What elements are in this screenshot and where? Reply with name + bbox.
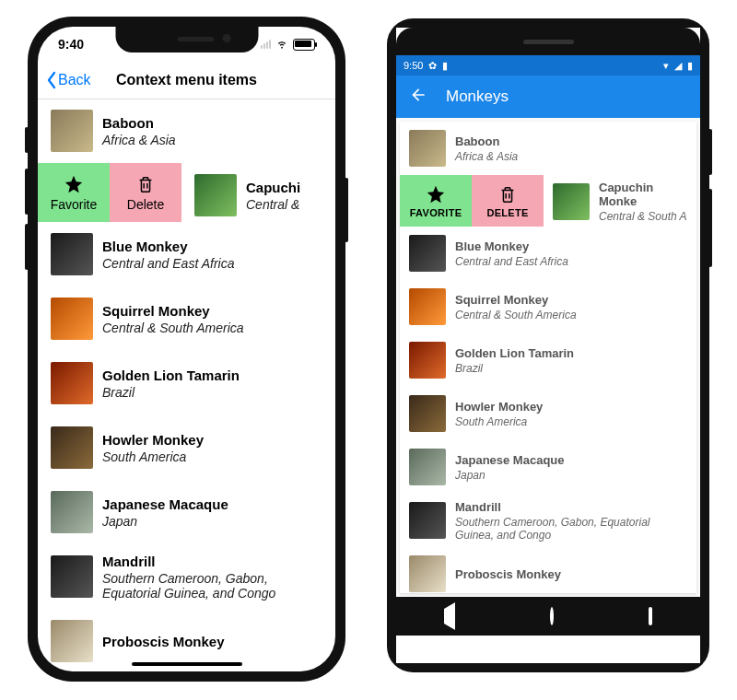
monkey-list[interactable]: BaboonAfrica & AsiaFavoriteDeleteCapuchi… [38,99,335,671]
trash-icon [135,174,156,194]
iphone-notch [115,27,258,52]
delete-label: Delete [127,197,164,212]
monkey-thumbnail [409,395,446,432]
star-icon [64,174,84,194]
list-item[interactable]: Howler MonkeySouth America [400,387,696,440]
monkey-thumbnail [409,130,446,167]
list-item[interactable]: BaboonAfrica & Asia [400,122,696,175]
list-item[interactable]: Squirrel MonkeyCentral & South America [38,286,335,351]
monkey-name: Howler Monkey [102,432,204,448]
android-app-bar: Monkeys [396,76,700,118]
monkey-thumbnail [409,235,446,272]
monkey-thumbnail [51,620,93,662]
android-status-time: 9:50 [404,60,423,71]
favorite-action[interactable]: FAVORITE [400,175,472,227]
monkey-thumbnail [194,174,237,216]
monkey-name: Baboon [455,134,518,148]
list-item[interactable]: CapuchiCentral & [181,163,335,222]
monkey-location: Central and East Africa [102,256,234,271]
monkey-location: Africa & Asia [102,133,176,147]
monkey-location: Central & South A [599,210,687,223]
monkey-thumbnail [409,288,446,325]
list-item[interactable]: Golden Lion TamarinBrazil [400,333,696,387]
list-item[interactable]: Japanese MacaqueJapan [400,440,696,494]
list-item[interactable]: Blue MonkeyCentral and East Africa [38,222,335,286]
monkey-location: Japan [102,514,228,529]
nav-home-key[interactable] [550,609,554,624]
home-indicator[interactable] [132,662,242,666]
monkey-name: Golden Lion Tamarin [102,368,240,383]
star-icon [426,184,446,204]
chevron-left-icon [45,71,58,89]
nav-recents-key[interactable] [649,609,652,624]
favorite-label: Favorite [51,197,98,212]
monkey-name: Squirrel Monkey [455,293,577,307]
android-nav-keys [396,597,700,636]
monkey-thumbnail [51,426,93,469]
back-label: Back [58,72,91,88]
gear-icon: ✿ [428,60,437,72]
monkey-thumbnail [51,362,93,404]
trash-icon [497,184,518,204]
monkey-name: Mandrill [102,554,322,569]
battery-icon: ▮ [687,60,693,72]
monkey-thumbnail [51,555,93,598]
monkey-location: Central & South America [455,309,577,321]
monkey-list[interactable]: BaboonAfrica & AsiaFAVORITEDELETECapuchi… [400,122,696,593]
list-item[interactable]: MandrillSouthern Cameroon, Gabon, Equato… [400,494,696,547]
list-item[interactable]: Japanese MacaqueJapan [38,480,335,544]
list-item[interactable]: Golden Lion TamarinBrazil [38,351,335,415]
monkey-thumbnail [51,298,93,340]
page-title: Monkeys [446,88,509,106]
monkey-location: Central & South America [102,321,244,335]
monkey-name: Japanese Macaque [102,496,228,512]
monkey-name: Capuchin Monke [599,181,687,208]
monkey-thumbnail [409,502,446,539]
monkey-name: Mandrill [455,500,687,514]
wifi-icon [275,37,288,52]
monkey-location: Brazil [102,385,240,400]
wifi-icon: ▾ [663,60,669,72]
monkey-location: Africa & Asia [455,150,518,163]
nav-back-key[interactable] [444,609,455,624]
monkey-location: Central & [246,197,300,212]
delete-action[interactable]: DELETE [472,175,544,227]
list-item[interactable]: BaboonAfrica & Asia [38,99,335,163]
storage-icon: ▮ [442,60,448,72]
favorite-action[interactable]: Favorite [38,163,110,222]
list-item[interactable]: Blue MonkeyCentral and East Africa [400,227,696,280]
delete-action[interactable]: Delete [110,163,181,222]
monkey-name: Capuchi [246,180,300,195]
monkey-name: Japanese Macaque [455,453,565,467]
monkey-thumbnail [409,342,446,379]
cellular-icon [261,40,271,49]
list-item[interactable]: MandrillSouthern Cameroon, Gabon, Equato… [38,544,335,609]
monkey-name: Blue Monkey [455,239,568,253]
monkey-thumbnail [51,491,93,533]
monkey-name: Howler Monkey [455,400,543,414]
favorite-label: FAVORITE [410,207,462,218]
list-item-swiped[interactable]: FAVORITEDELETECapuchin MonkeCentral & So… [400,175,696,227]
monkey-location: Southern Cameroon, Gabon, Equatorial Gui… [455,516,687,542]
monkey-location: Japan [455,469,565,482]
cellular-icon: ◢ [674,60,682,72]
list-item[interactable]: Capuchin MonkeCentral & South A [544,175,696,227]
list-item[interactable]: Howler MonkeySouth America [38,415,335,480]
monkey-name: Proboscis Monkey [455,567,561,581]
monkey-name: Proboscis Monkey [102,634,225,649]
iphone-device-frame: 9:40 Back Context menu items BaboonAfric… [28,17,345,682]
back-button[interactable]: Back [38,71,91,89]
back-button[interactable] [409,86,427,109]
list-item[interactable]: Squirrel MonkeyCentral & South America [400,280,696,333]
monkey-thumbnail [553,183,590,220]
monkey-name: Baboon [102,115,176,131]
list-item[interactable]: Proboscis Monkey [400,547,696,593]
monkey-name: Golden Lion Tamarin [455,346,574,360]
android-status-bar: 9:50 ✿ ▮ ▾ ◢ ▮ [396,55,700,76]
monkey-thumbnail [409,449,446,485]
monkey-location: South America [455,415,543,428]
delete-label: DELETE [486,207,528,218]
ios-nav-bar: Back Context menu items [38,62,335,99]
list-item-swiped[interactable]: FavoriteDeleteCapuchiCentral & [38,163,335,222]
monkey-location: Brazil [455,362,574,375]
